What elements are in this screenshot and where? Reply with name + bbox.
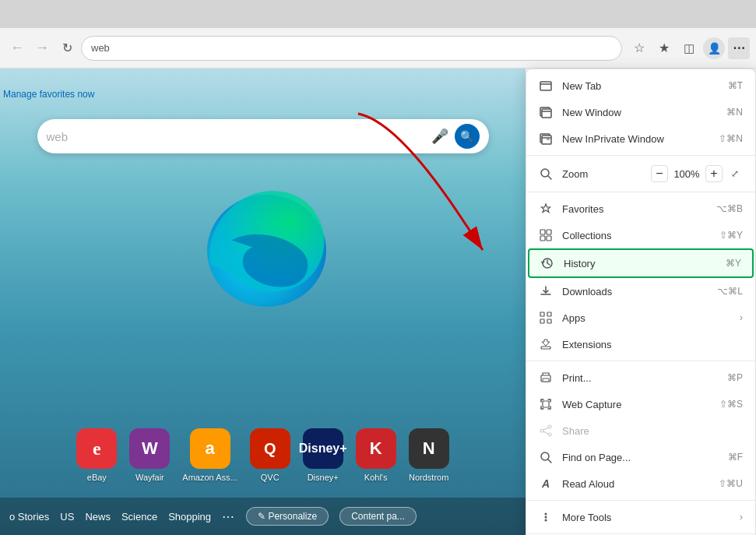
svg-rect-15 bbox=[540, 319, 544, 323]
toolbar-icons: ☆ ★ ◫ 👤 ⋯ bbox=[628, 37, 750, 59]
mic-icon[interactable]: 🎤 bbox=[431, 128, 448, 145]
search-button[interactable]: 🔍 bbox=[455, 124, 480, 149]
webcapture-shortcut: ⇧⌘S bbox=[719, 399, 743, 410]
content-panel-button[interactable]: Content pa... bbox=[339, 507, 417, 526]
add-favorite-icon[interactable]: ☆ bbox=[628, 37, 650, 59]
collections-icon[interactable]: ◫ bbox=[678, 37, 700, 59]
svg-rect-13 bbox=[540, 312, 544, 316]
zoom-value: 100% bbox=[673, 168, 701, 180]
svg-rect-4 bbox=[542, 109, 551, 118]
menu-item-favorites[interactable]: Favorites ⌥⌘B bbox=[526, 195, 755, 222]
svg-rect-17 bbox=[541, 347, 550, 349]
svg-point-26 bbox=[545, 516, 547, 519]
browser-wrapper: ← → ↻ web ☆ ★ ◫ 👤 ⋯ Manage favorites now… bbox=[0, 0, 756, 535]
moretools-label: More Tools bbox=[562, 512, 730, 523]
svg-point-23 bbox=[540, 429, 543, 432]
menu-item-share: Share bbox=[526, 417, 755, 444]
zoom-icon bbox=[539, 167, 553, 181]
quick-link-disney[interactable]: Disney+ Disney+ bbox=[303, 428, 343, 482]
extensions-label: Extensions bbox=[562, 339, 743, 350]
menu-item-new-tab[interactable]: New Tab ⌘T bbox=[526, 72, 755, 99]
new-tab-label: New Tab bbox=[562, 80, 719, 92]
svg-rect-10 bbox=[540, 236, 545, 241]
menu-item-history[interactable]: History ⌘Y bbox=[528, 248, 754, 278]
favorites-icon[interactable]: ★ bbox=[653, 37, 675, 59]
bottom-us: US bbox=[60, 511, 74, 523]
webcapture-label: Web Capture bbox=[562, 399, 710, 410]
new-window-shortcut: ⌘N bbox=[726, 107, 743, 118]
forward-button[interactable]: → bbox=[31, 37, 53, 59]
bottom-more[interactable]: ⋯ bbox=[222, 509, 235, 524]
quick-link-qvc[interactable]: Q QVC bbox=[250, 428, 290, 482]
share-icon bbox=[539, 424, 553, 438]
star-icon bbox=[539, 202, 553, 216]
readaloud-shortcut: ⇧⌘U bbox=[719, 478, 743, 489]
svg-rect-8 bbox=[540, 230, 545, 234]
quick-links: e eBay W Wayfair a Amazon Ass... Q QVC D… bbox=[0, 428, 526, 482]
findonpage-label: Find on Page... bbox=[562, 452, 719, 463]
apps-icon bbox=[539, 311, 553, 325]
downloads-label: Downloads bbox=[562, 286, 708, 297]
moretools-icon bbox=[539, 510, 553, 524]
menu-item-new-window[interactable]: New Window ⌘N bbox=[526, 99, 755, 125]
private-icon bbox=[539, 132, 553, 146]
svg-rect-9 bbox=[547, 230, 551, 234]
menu-item-print[interactable]: Print... ⌘P bbox=[526, 364, 755, 391]
apps-label: Apps bbox=[562, 312, 730, 324]
zoom-label: Zoom bbox=[562, 168, 642, 180]
quick-link-nordstrom[interactable]: N Nordstrom bbox=[409, 428, 449, 482]
tab-icon bbox=[539, 79, 553, 93]
menu-item-extensions[interactable]: Extensions bbox=[526, 331, 755, 357]
menu-item-zoom: Zoom − 100% + ⤢ bbox=[526, 159, 755, 188]
bottom-stories: o Stories bbox=[9, 511, 49, 523]
address-text: web bbox=[91, 42, 110, 54]
menu-divider-4 bbox=[526, 500, 755, 501]
browser-chrome bbox=[0, 0, 756, 28]
history-icon bbox=[540, 256, 554, 270]
readaloud-icon: A bbox=[539, 477, 553, 491]
menu-divider-5 bbox=[526, 533, 755, 534]
inprivate-label: New InPrivate Window bbox=[562, 133, 709, 145]
browser-content: ← → ↻ web ☆ ★ ◫ 👤 ⋯ Manage favorites now… bbox=[0, 28, 756, 535]
menu-item-findonpage[interactable]: Find on Page... ⌘F bbox=[526, 444, 755, 470]
menu-item-readaloud[interactable]: A Read Aloud ⇧⌘U bbox=[526, 470, 755, 497]
more-button[interactable]: ⋯ bbox=[728, 37, 750, 59]
menu-item-apps[interactable]: Apps › bbox=[526, 304, 755, 331]
extensions-icon bbox=[539, 337, 553, 351]
menu-divider-2 bbox=[526, 192, 755, 192]
menu-item-webcapture[interactable]: Web Capture ⇧⌘S bbox=[526, 391, 755, 417]
manage-favorites-link[interactable]: Manage favorites now bbox=[3, 89, 94, 100]
moretools-arrow: › bbox=[740, 512, 743, 523]
zoom-fullscreen-button[interactable]: ⤢ bbox=[727, 166, 743, 181]
svg-rect-19 bbox=[543, 378, 549, 382]
edge-logo bbox=[193, 174, 333, 314]
quick-link-kohls[interactable]: K Kohl's bbox=[356, 428, 396, 482]
back-button[interactable]: ← bbox=[6, 37, 28, 59]
new-window-label: New Window bbox=[562, 107, 717, 118]
quick-link-ebay[interactable]: e eBay bbox=[76, 428, 117, 482]
collections-shortcut: ⇧⌘Y bbox=[719, 230, 743, 241]
quick-link-amazon[interactable]: a Amazon Ass... bbox=[182, 428, 237, 482]
menu-item-moretools[interactable]: More Tools › bbox=[526, 504, 755, 530]
downloads-shortcut: ⌥⌘L bbox=[717, 286, 743, 297]
personalize-button[interactable]: ✎ Personalize bbox=[246, 507, 329, 526]
readaloud-label: Read Aloud bbox=[562, 478, 709, 490]
new-tab-shortcut: ⌘T bbox=[728, 80, 743, 91]
apps-arrow: › bbox=[740, 312, 743, 323]
profile-icon[interactable]: 👤 bbox=[703, 37, 725, 59]
svg-point-27 bbox=[545, 519, 547, 522]
webcapture-icon bbox=[539, 397, 553, 411]
menu-item-inprivate[interactable]: New InPrivate Window ⇧⌘N bbox=[526, 125, 755, 152]
refresh-button[interactable]: ↻ bbox=[56, 37, 78, 59]
dropdown-menu: New Tab ⌘T New Window ⌘N New InPrivate W… bbox=[526, 69, 756, 535]
bottom-science: Science bbox=[121, 511, 157, 523]
zoom-decrease-button[interactable]: − bbox=[651, 165, 668, 182]
collections-menu-icon bbox=[539, 228, 553, 242]
zoom-increase-button[interactable]: + bbox=[705, 165, 723, 182]
print-label: Print... bbox=[562, 372, 718, 384]
menu-item-downloads[interactable]: Downloads ⌥⌘L bbox=[526, 278, 755, 304]
address-box[interactable]: web bbox=[81, 36, 622, 61]
search-text: web bbox=[47, 130, 425, 143]
menu-item-collections[interactable]: Collections ⇧⌘Y bbox=[526, 222, 755, 248]
quick-link-wayfair[interactable]: W Wayfair bbox=[129, 428, 170, 482]
